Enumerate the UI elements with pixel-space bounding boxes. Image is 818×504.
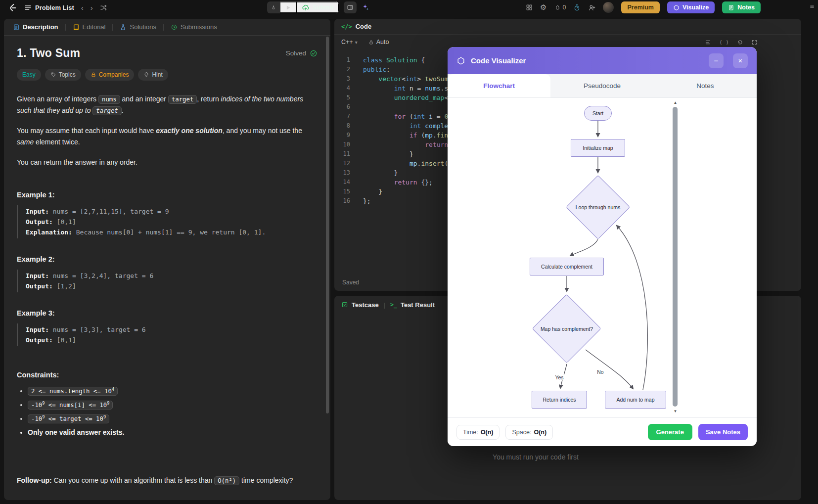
problem-list-button[interactable]: Problem List	[24, 4, 74, 11]
debug-button[interactable]	[267, 1, 280, 13]
flow-node-start[interactable]: Start	[584, 106, 612, 121]
grid-icon[interactable]	[526, 4, 533, 11]
code-text: public:	[356, 65, 390, 74]
modal-footer: Time: O(n) Space: O(n) Generate Save Not…	[448, 417, 757, 446]
example-line-key: Output:	[26, 282, 53, 290]
code-text: };	[356, 196, 371, 206]
reset-icon[interactable]	[737, 39, 743, 46]
streak-counter[interactable]: 0	[554, 4, 566, 11]
scroll-down-icon[interactable]: ▼	[673, 410, 678, 413]
example-title: Example 1:	[17, 191, 318, 199]
sparkles-icon[interactable]	[362, 3, 369, 11]
example-line: Input: nums = [3,3], target = 6	[26, 324, 318, 335]
tab-separator	[163, 24, 164, 31]
time-value: O(n)	[481, 429, 494, 436]
language-selector[interactable]: C++ ▾	[341, 39, 358, 46]
notes-button[interactable]: Notes	[722, 1, 761, 13]
tab-flowchart[interactable]: Flowchart	[448, 74, 550, 97]
flowchart-scrollbar[interactable]: ▲ ▼	[673, 101, 678, 413]
line-number: 12	[334, 159, 356, 168]
tab-submissions-label: Submissions	[181, 23, 217, 31]
code-text: int n = nums.si	[356, 84, 452, 93]
difficulty-badge[interactable]: Easy	[17, 69, 41, 81]
tab-notes[interactable]: Notes	[654, 74, 757, 97]
line-number: 2	[334, 65, 356, 74]
fullscreen-icon[interactable]	[751, 39, 758, 46]
example-line-value: nums = [3,3], target = 6	[49, 326, 146, 333]
code-text: class Solution {	[356, 55, 425, 65]
minimize-button[interactable]: −	[709, 53, 724, 68]
droplet-icon	[554, 4, 561, 11]
flow-node-label: Calculate complement	[530, 258, 603, 275]
constraint-item: -109 <= target <= 109	[28, 414, 318, 422]
problem-content: 1. Two Sum Solved Easy Topics Companies	[4, 36, 330, 486]
tab-solutions[interactable]: Solutions	[118, 23, 158, 31]
scroll-up-icon[interactable]: ▲	[673, 101, 678, 105]
tab-test-result[interactable]: >_ Test Result	[390, 301, 435, 309]
hint-badge[interactable]: Hint	[138, 69, 168, 81]
example-line: Input: nums = [2,7,11,15], target = 9	[26, 206, 318, 217]
prev-problem-button[interactable]: ‹	[81, 4, 84, 11]
example-line-key: Input:	[26, 326, 49, 333]
example-line: Explanation: Because nums[0] + nums[1] =…	[26, 227, 318, 237]
terminal-icon: >_	[390, 301, 397, 308]
example-line-key: Output:	[26, 336, 53, 344]
premium-button[interactable]: Premium	[621, 1, 660, 13]
flow-node-add-num-to-map[interactable]: Add num to map	[605, 391, 666, 409]
format-icon[interactable]	[705, 39, 711, 46]
tab-testcase[interactable]: Testcase	[341, 301, 379, 309]
visualize-button[interactable]: Visualize	[667, 1, 715, 13]
example-line-value: nums = [2,7,11,15], target = 9	[49, 208, 169, 215]
flow-node-initialize-map[interactable]: Initialize map	[571, 139, 625, 157]
flow-node-calculate-complement[interactable]: Calculate complement	[530, 258, 604, 275]
run-button[interactable]	[280, 1, 297, 13]
modal-tabbar: Flowchart Pseudocode Notes	[448, 74, 757, 98]
constraint-item: Only one valid answer exists.	[28, 428, 318, 436]
space-complexity-pill: Space: O(n)	[505, 425, 553, 440]
check-circle-icon	[310, 49, 318, 57]
flow-node-loop-through-nums[interactable]: Loop through nums	[566, 175, 630, 239]
gear-icon[interactable]: ⚙	[540, 3, 546, 12]
solved-status: Solved	[286, 49, 318, 57]
list-icon	[24, 4, 32, 11]
save-notes-button[interactable]: Save Notes	[698, 424, 748, 440]
line-number: 5	[334, 93, 356, 102]
tab-editorial[interactable]: Editorial	[71, 23, 108, 31]
example-line-value: [0,1]	[53, 336, 76, 344]
problem-scrollbar[interactable]	[326, 37, 329, 413]
difficulty-label: Easy	[22, 71, 36, 78]
edge-label-no: No	[596, 369, 604, 375]
companies-badge[interactable]: Companies	[85, 69, 135, 81]
modal-header[interactable]: Code Visualizer − ×	[448, 47, 757, 74]
timer-icon[interactable]	[573, 4, 581, 11]
scrollbar-thumb[interactable]	[673, 107, 678, 407]
submit-button[interactable]: Submit	[297, 1, 339, 13]
example-line-value: Because nums[0] + nums[1] == 9, we retur…	[72, 229, 266, 236]
user-plus-icon[interactable]	[588, 4, 595, 11]
next-problem-button[interactable]: ›	[91, 4, 93, 11]
auto-toggle[interactable]: Auto	[368, 39, 389, 46]
user-avatar[interactable]	[603, 2, 614, 13]
code-text: return	[356, 140, 448, 149]
shuffle-icon[interactable]	[100, 4, 107, 11]
layout-panel-icon[interactable]	[344, 1, 357, 13]
code-text: for (int i = 0;	[356, 112, 452, 121]
leetcode-logo-icon[interactable]	[8, 2, 17, 13]
flow-node-map-has-complement-[interactable]: Map has complement?	[532, 294, 601, 364]
bracket-icon[interactable]: ( )	[719, 39, 729, 46]
tab-description[interactable]: Description	[11, 23, 60, 31]
tab-submissions[interactable]: Submissions	[169, 23, 219, 31]
code-text: mp.insert({	[356, 159, 452, 168]
auto-label: Auto	[376, 39, 389, 46]
flowchart-canvas[interactable]: StartInitialize mapLoop through numsCalc…	[448, 98, 757, 417]
examples-section: Example 1:Input: nums = [2,7,11,15], tar…	[17, 191, 318, 346]
flow-node-return-indices[interactable]: Return indices	[532, 391, 587, 409]
generate-button[interactable]: Generate	[648, 424, 692, 440]
window-menu-icon[interactable]	[809, 3, 815, 9]
book-icon	[73, 24, 80, 31]
tab-pseudocode[interactable]: Pseudocode	[550, 74, 653, 97]
topics-badge[interactable]: Topics	[45, 69, 81, 81]
flow-node-label: Initialize map	[571, 139, 625, 156]
close-button[interactable]: ×	[733, 53, 748, 68]
space-value: O(n)	[534, 429, 546, 436]
